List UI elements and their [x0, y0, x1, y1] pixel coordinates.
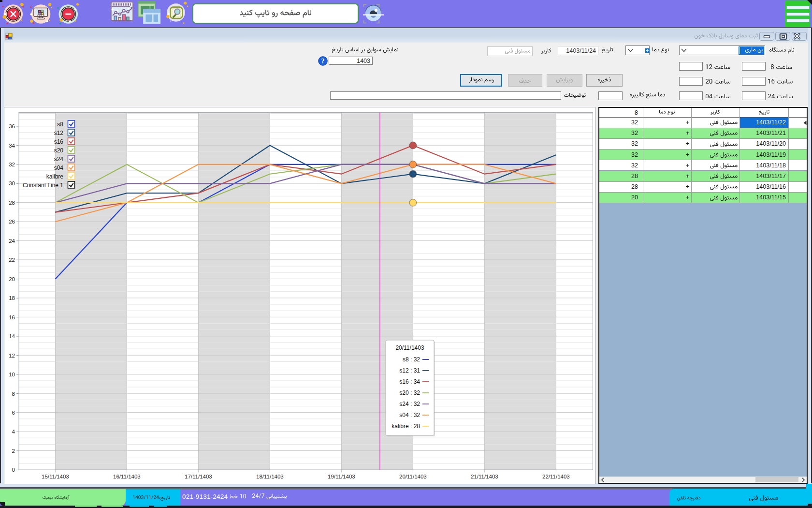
- svg-text:18: 18: [9, 295, 15, 301]
- svg-text:28: 28: [9, 200, 15, 206]
- svg-text:24: 24: [9, 238, 15, 244]
- svg-text:16: 16: [9, 314, 15, 320]
- svg-text:16/11/1403: 16/11/1403: [113, 474, 141, 479]
- svg-text:s12 : 31: s12 : 31: [399, 367, 420, 374]
- svg-text:22: 22: [9, 257, 15, 263]
- svg-text:s20: s20: [54, 147, 64, 154]
- svg-text:s16 : 34: s16 : 34: [399, 378, 420, 385]
- svg-text:s04: s04: [54, 164, 64, 171]
- svg-text:14: 14: [9, 333, 15, 339]
- svg-text:s12: s12: [54, 130, 64, 136]
- svg-text:8: 8: [12, 391, 15, 397]
- svg-text:6: 6: [12, 410, 15, 416]
- svg-text:12: 12: [9, 353, 15, 359]
- svg-text:kalibre : 28: kalibre : 28: [392, 423, 420, 430]
- svg-text:20/11/1403: 20/11/1403: [399, 474, 427, 479]
- svg-text:26: 26: [9, 219, 15, 224]
- svg-text:4: 4: [12, 429, 15, 434]
- svg-text:s04 : 32: s04 : 32: [399, 412, 420, 418]
- svg-text:19/11/1403: 19/11/1403: [328, 474, 355, 479]
- svg-text:22/11/1403: 22/11/1403: [542, 474, 570, 479]
- svg-text:2: 2: [12, 448, 15, 454]
- svg-text:20/11/1403: 20/11/1403: [395, 344, 424, 351]
- svg-text:0: 0: [12, 467, 15, 473]
- svg-text:s20 : 32: s20 : 32: [399, 389, 420, 396]
- svg-text:34: 34: [9, 143, 15, 149]
- svg-text:17/11/1403: 17/11/1403: [185, 474, 212, 479]
- svg-text:36: 36: [9, 123, 15, 129]
- svg-text:kalibre: kalibre: [46, 173, 64, 180]
- svg-text:32: 32: [9, 162, 15, 167]
- svg-text:Constant Line 1: Constant Line 1: [23, 182, 63, 189]
- svg-text:s16: s16: [54, 138, 64, 145]
- svg-text:15/11/1403: 15/11/1403: [42, 474, 69, 479]
- svg-text:18/11/1403: 18/11/1403: [256, 474, 284, 479]
- svg-text:21/11/1403: 21/11/1403: [471, 474, 498, 479]
- svg-text:s8 : 32: s8 : 32: [403, 356, 420, 363]
- svg-text:?: ?: [321, 58, 325, 65]
- svg-text:20: 20: [9, 276, 15, 282]
- svg-text:s8: s8: [57, 121, 63, 128]
- svg-text:s24: s24: [54, 156, 64, 163]
- svg-text:s24 : 32: s24 : 32: [399, 401, 420, 407]
- svg-text:30: 30: [9, 180, 15, 186]
- svg-text:10: 10: [9, 372, 15, 377]
